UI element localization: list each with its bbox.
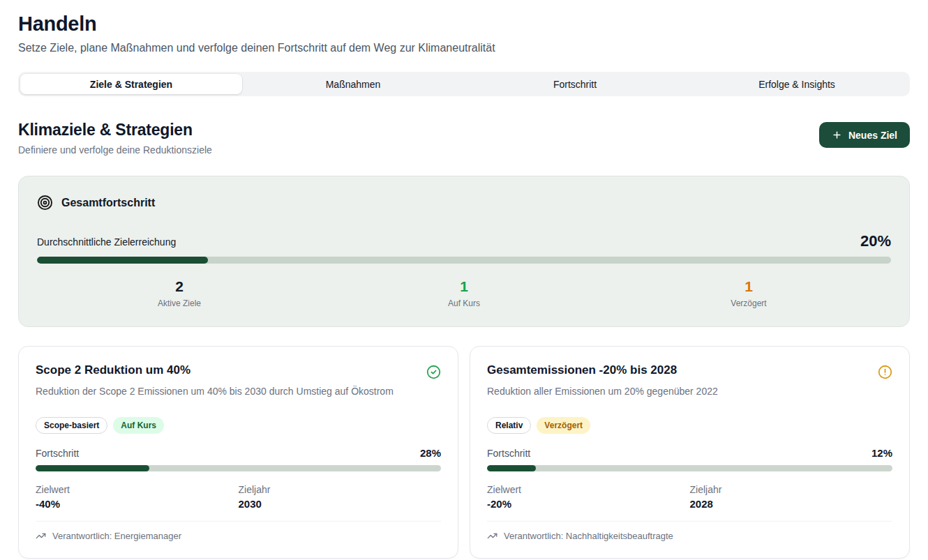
new-goal-button[interactable]: Neues Ziel <box>819 122 910 148</box>
alert-circle-icon <box>878 363 892 379</box>
goal-card-scope2: Scope 2 Reduktion um 40% Reduktion der S… <box>18 346 458 559</box>
goal-description: Reduktion der Scope 2 Emissionen um 40% … <box>36 386 441 397</box>
avg-goal-achievement-label: Durchschnittliche Zielerreichung <box>37 236 176 250</box>
goal-target-value: -20% <box>487 498 690 510</box>
overall-progress-bar-fill <box>37 257 208 264</box>
goal-target-label: Zielwert <box>487 484 690 495</box>
stat-delayed-value: 1 <box>606 278 891 295</box>
stat-delayed: 1 Verzögert <box>606 278 891 308</box>
goal-year: Zieljahr 2028 <box>690 484 893 510</box>
goal-responsible: Verantwortlich: Nachhaltigkeitsbeauftrag… <box>487 521 892 541</box>
page-title: Handeln <box>18 13 910 36</box>
overall-progress-title: Gesamtfortschritt <box>61 197 155 209</box>
goal-responsible-text: Verantwortlich: Energiemanager <box>52 531 181 541</box>
tab-bar: Ziele & Strategien Maßnahmen Fortschritt… <box>18 72 910 96</box>
goal-title: Gesamtemissionen -20% bis 2028 <box>487 363 677 377</box>
badge-goal-type: Scope-basiert <box>36 417 107 434</box>
goal-badges: Scope-basiert Auf Kurs <box>36 417 441 434</box>
goal-progress-bar <box>36 465 441 471</box>
plus-icon <box>832 130 842 140</box>
goal-progress-bar <box>487 465 892 471</box>
goal-progress-label: Fortschritt <box>487 448 530 459</box>
new-goal-button-label: Neues Ziel <box>848 130 897 141</box>
goal-progress-value: 12% <box>871 447 892 459</box>
badge-goal-status: Verzögert <box>537 417 590 434</box>
overview-stats: 2 Aktive Ziele 1 Auf Kurs 1 Verzögert <box>37 278 891 308</box>
tab-fortschritt[interactable]: Fortschritt <box>464 74 686 94</box>
stat-active-goals-label: Aktive Ziele <box>37 298 322 308</box>
tab-massnahmen[interactable]: Maßnahmen <box>242 74 464 94</box>
stat-active-goals: 2 Aktive Ziele <box>37 278 322 308</box>
tab-ziele-strategien[interactable]: Ziele & Strategien <box>20 74 242 94</box>
goal-badges: Relativ Verzögert <box>487 417 892 434</box>
badge-goal-type: Relativ <box>487 417 531 434</box>
goal-target-label: Zielwert <box>36 484 239 495</box>
goal-year-value: 2028 <box>690 498 893 510</box>
stat-on-track-label: Auf Kurs <box>322 298 606 308</box>
goal-description: Reduktion aller Emissionen um 20% gegenü… <box>487 386 892 397</box>
goal-target-value: -40% <box>36 498 239 510</box>
page-subtitle: Setze Ziele, plane Maßnahmen und verfolg… <box>18 42 910 54</box>
section-header: Klimaziele & Strategien Definiere und ve… <box>18 121 910 156</box>
section-title: Klimaziele & Strategien <box>18 121 212 139</box>
badge-goal-status: Auf Kurs <box>113 417 164 434</box>
overall-progress-bar <box>37 257 891 264</box>
goal-progress-bar-fill <box>487 465 536 471</box>
goal-progress-label: Fortschritt <box>36 448 79 459</box>
handeln-page: Handeln Setze Ziele, plane Maßnahmen und… <box>0 0 928 559</box>
avg-goal-achievement-value: 20% <box>860 232 891 250</box>
goal-year: Zieljahr 2030 <box>239 484 442 510</box>
goal-year-value: 2030 <box>239 498 442 510</box>
goal-year-label: Zieljahr <box>239 484 442 495</box>
check-circle-icon <box>426 363 441 379</box>
goal-card-gesamtemissionen: Gesamtemissionen -20% bis 2028 Reduktion… <box>470 346 910 559</box>
goal-responsible-text: Verantwortlich: Nachhaltigkeitsbeauftrag… <box>504 531 673 541</box>
stat-delayed-label: Verzögert <box>606 298 891 308</box>
target-icon <box>37 195 53 211</box>
overall-progress-card: Gesamtfortschritt Durchschnittliche Ziel… <box>18 176 910 327</box>
goal-target: Zielwert -20% <box>487 484 690 510</box>
goal-responsible: Verantwortlich: Energiemanager <box>36 521 441 541</box>
stat-on-track-value: 1 <box>322 278 606 295</box>
trending-up-icon <box>487 531 497 541</box>
goal-title: Scope 2 Reduktion um 40% <box>36 363 190 377</box>
tab-erfolge-insights[interactable]: Erfolge & Insights <box>686 74 908 94</box>
trending-up-icon <box>36 531 46 541</box>
goal-progress-value: 28% <box>420 447 441 459</box>
goal-year-label: Zieljahr <box>690 484 893 495</box>
stat-on-track: 1 Auf Kurs <box>322 278 606 308</box>
goals-grid: Scope 2 Reduktion um 40% Reduktion der S… <box>18 346 910 559</box>
goal-progress-bar-fill <box>36 465 149 471</box>
goal-target: Zielwert -40% <box>36 484 239 510</box>
stat-active-goals-value: 2 <box>37 278 322 295</box>
section-subtitle: Definiere und verfolge deine Reduktionsz… <box>18 144 212 156</box>
